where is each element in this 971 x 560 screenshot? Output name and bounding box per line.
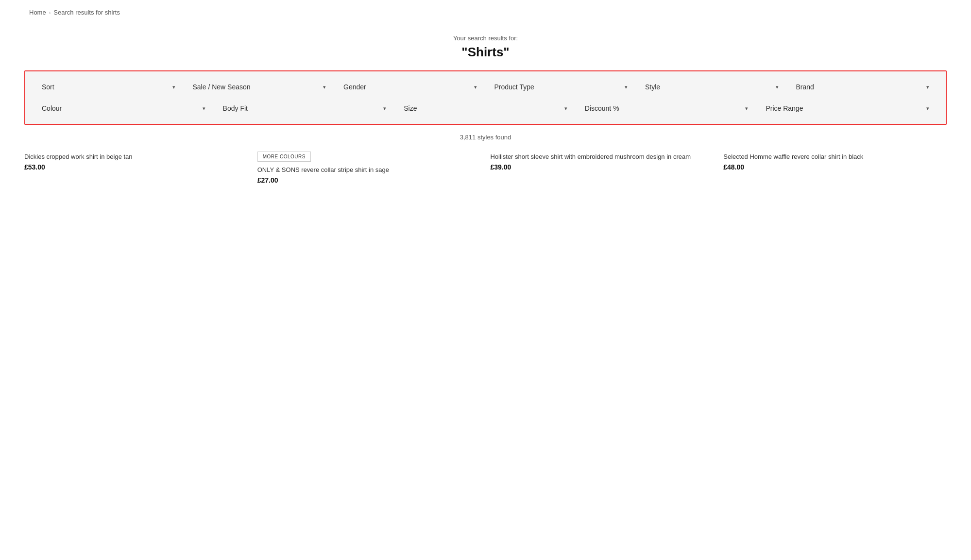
filter-label-colour: Colour <box>42 104 199 112</box>
chevron-down-icon: ▾ <box>926 105 929 112</box>
filter-label-style: Style <box>645 83 772 91</box>
product-price: £53.00 <box>24 163 248 171</box>
chevron-down-icon: ▾ <box>776 84 779 90</box>
product-price: £48.00 <box>723 163 947 171</box>
filter-label-price-range: Price Range <box>766 104 922 112</box>
product-price: £27.00 <box>257 176 481 184</box>
filter-discount[interactable]: Discount %▾ <box>578 100 755 117</box>
breadcrumb-separator: › <box>49 10 51 16</box>
filter-label-body-fit: Body Fit <box>223 104 380 112</box>
filter-label-sale-new-season: Sale / New Season <box>193 83 320 91</box>
product-name: Selected Homme waffle revere collar shir… <box>723 153 947 161</box>
chevron-down-icon: ▾ <box>203 105 205 112</box>
breadcrumb-current: Search results for shirts <box>53 9 120 16</box>
chevron-down-icon: ▾ <box>625 84 628 90</box>
product-name: Hollister short sleeve shirt with embroi… <box>491 153 714 161</box>
chevron-down-icon: ▾ <box>926 84 929 90</box>
filter-body-fit[interactable]: Body Fit▾ <box>216 100 393 117</box>
filter-label-discount: Discount % <box>585 104 742 112</box>
product-card[interactable]: ♡ Dickies cropped work shirt in beige ta… <box>24 149 248 184</box>
filter-price-range[interactable]: Price Range▾ <box>759 100 936 117</box>
chevron-down-icon: ▾ <box>323 84 326 90</box>
filter-sale-new-season[interactable]: Sale / New Season▾ <box>186 78 333 96</box>
filter-label-gender: Gender <box>343 83 470 91</box>
breadcrumb-home[interactable]: Home <box>29 9 46 16</box>
filter-colour[interactable]: Colour▾ <box>35 100 212 117</box>
filter-bar: Sort▾Sale / New Season▾Gender▾Product Ty… <box>24 70 947 125</box>
product-name: Dickies cropped work shirt in beige tan <box>24 153 248 161</box>
filter-row-1: Sort▾Sale / New Season▾Gender▾Product Ty… <box>35 78 936 96</box>
search-heading: Your search results for: "Shirts" <box>0 25 971 66</box>
chevron-down-icon: ▾ <box>474 84 477 90</box>
product-card[interactable]: ♡ MORE COLOURS ONLY & SONS revere collar… <box>257 149 481 184</box>
product-name: ONLY & SONS revere collar stripe shirt i… <box>257 166 481 174</box>
filter-sort[interactable]: Sort▾ <box>35 78 182 96</box>
chevron-down-icon: ▾ <box>745 105 748 112</box>
filter-label-product-type: Product Type <box>494 83 621 91</box>
filter-label-size: Size <box>404 104 561 112</box>
filter-label-sort: Sort <box>42 83 169 91</box>
chevron-down-icon: ▾ <box>564 105 567 112</box>
filter-gender[interactable]: Gender▾ <box>337 78 484 96</box>
filter-label-brand: Brand <box>796 83 923 91</box>
filter-row-2: Colour▾Body Fit▾Size▾Discount %▾Price Ra… <box>35 100 936 117</box>
search-query: "Shirts" <box>0 45 971 60</box>
product-price: £39.00 <box>491 163 714 171</box>
more-colours-button[interactable]: MORE COLOURS <box>257 152 311 162</box>
breadcrumb: Home › Search results for shirts <box>0 0 971 25</box>
results-count: 3,811 styles found <box>0 129 971 149</box>
product-card[interactable]: ♡ Selected Homme waffle revere collar sh… <box>723 149 947 184</box>
filter-style[interactable]: Style▾ <box>638 78 785 96</box>
product-grid: ♡ Dickies cropped work shirt in beige ta… <box>0 149 971 204</box>
chevron-down-icon: ▾ <box>383 105 386 112</box>
filter-brand[interactable]: Brand▾ <box>789 78 937 96</box>
filter-size[interactable]: Size▾ <box>397 100 574 117</box>
chevron-down-icon: ▾ <box>172 84 175 90</box>
product-card[interactable]: ♡ Hollister short sleeve shirt with embr… <box>491 149 714 184</box>
filter-product-type[interactable]: Product Type▾ <box>488 78 635 96</box>
search-subtitle: Your search results for: <box>0 34 971 42</box>
